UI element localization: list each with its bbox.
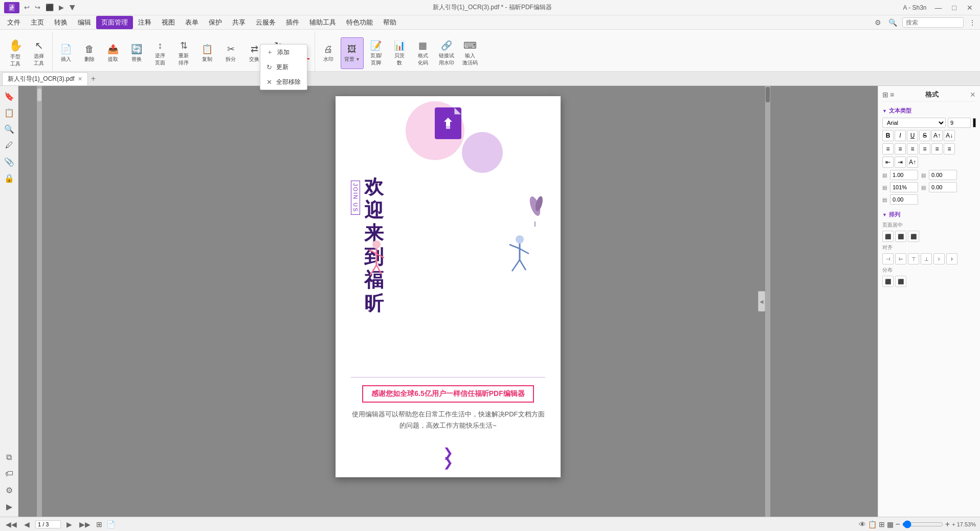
content-scroll-thumb[interactable]: [766, 87, 770, 102]
align-center-v-btn[interactable]: ⊦: [933, 253, 945, 264]
copy-page-btn[interactable]: 📋 复制: [196, 37, 218, 69]
line-spacing-input[interactable]: [890, 170, 918, 180]
font-size-input[interactable]: [948, 118, 971, 128]
align-left-edge-btn[interactable]: ⊣: [882, 253, 894, 264]
header-footer-btn[interactable]: 📝 页眉/页脚: [365, 37, 387, 69]
align-bottom-edge-btn[interactable]: ⊧: [946, 253, 957, 264]
word-spacing-input[interactable]: [890, 182, 918, 192]
list-view-icon[interactable]: ≡: [890, 91, 894, 99]
bold-btn[interactable]: B: [882, 130, 894, 141]
zoom-slider[interactable]: [902, 520, 943, 528]
activate-code-btn[interactable]: ⌨ 输入激活码: [459, 37, 481, 69]
panel-close-btn[interactable]: ✕: [970, 91, 976, 99]
font-color-picker[interactable]: [973, 118, 976, 127]
close-btn[interactable]: ✕: [964, 4, 976, 12]
char-spacing-input[interactable]: [929, 170, 957, 180]
sidebar-search-icon[interactable]: 🔍: [2, 122, 16, 136]
sidebar-attach-icon[interactable]: 📎: [2, 154, 16, 169]
menu-view[interactable]: 视图: [157, 16, 180, 29]
menu-edit[interactable]: 编辑: [73, 16, 96, 29]
align-center-h-btn[interactable]: ⊢: [895, 253, 906, 264]
underline-btn[interactable]: U: [907, 130, 918, 141]
subscript-btn[interactable]: A↓: [944, 130, 955, 141]
align-6-btn[interactable]: ≡: [944, 143, 955, 154]
menu-feature[interactable]: 特色功能: [341, 16, 378, 29]
font-family-select[interactable]: Arial Times New Roman Helvetica: [882, 118, 946, 128]
menu-form[interactable]: 表单: [180, 16, 204, 29]
search-input[interactable]: [902, 17, 964, 28]
background-btn[interactable]: 🖼 背景 ▼: [341, 37, 364, 69]
pdf-tab[interactable]: 新人引导(1)_OCR(3).pdf ✕: [2, 72, 88, 85]
center-both-btn[interactable]: ⬛: [908, 231, 919, 242]
reverse-page-btn[interactable]: ↕ 逆序页面: [149, 37, 171, 69]
menu-share[interactable]: 共享: [227, 16, 251, 29]
sidebar-settings-icon[interactable]: ⚙: [2, 483, 16, 497]
search-icon[interactable]: 🔍: [886, 18, 899, 27]
tab-close-btn[interactable]: ✕: [78, 76, 82, 82]
indent-decrease-btn[interactable]: ⇤: [882, 157, 894, 168]
insert-page-btn[interactable]: 📄 插入: [55, 37, 77, 69]
maximize-btn[interactable]: □: [949, 4, 960, 12]
undo-btn[interactable]: ↩: [23, 3, 31, 12]
superscript-btn[interactable]: A↑: [931, 130, 943, 141]
redo-btn[interactable]: ↪: [33, 3, 42, 12]
dropdown-update-item[interactable]: ↻ 更新: [260, 60, 307, 75]
extract-page-btn[interactable]: 📤 提取: [102, 37, 124, 69]
italic-btn[interactable]: I: [895, 130, 906, 141]
right-expand-btn[interactable]: ◀: [758, 291, 765, 312]
page-number-input[interactable]: [35, 520, 61, 528]
format-code-btn[interactable]: ▦ 格式化码: [412, 37, 434, 69]
collapse-right-icon[interactable]: ⋮: [967, 18, 978, 27]
hand-tool-btn[interactable]: ✋ 手型工具: [4, 37, 27, 69]
content-scrollbar[interactable]: [765, 86, 770, 517]
align-justify-btn[interactable]: ≡: [919, 143, 930, 154]
menu-protect[interactable]: 保护: [204, 16, 227, 29]
print-btn[interactable]: 🖨 水印: [317, 37, 340, 69]
align-right-edge-btn[interactable]: ⊤: [908, 253, 919, 264]
align-right-btn[interactable]: ≡: [907, 143, 918, 154]
first-page-btn[interactable]: ◀◀: [4, 520, 18, 528]
text-size-increase-btn[interactable]: A↑: [907, 157, 918, 168]
minimize-btn[interactable]: —: [932, 4, 945, 12]
quick-dropdown-btn[interactable]: ⯆: [68, 3, 77, 12]
last-page-btn[interactable]: ▶▶: [78, 520, 92, 528]
text-indent-input[interactable]: [890, 194, 918, 205]
align-top-edge-btn[interactable]: ⊥: [921, 253, 932, 264]
center-h-btn[interactable]: ⬛: [882, 231, 894, 242]
sidebar-sign-icon[interactable]: 🖊: [2, 138, 16, 152]
distribute-h-btn[interactable]: ⬛: [882, 276, 894, 287]
split-page-btn[interactable]: ✂ 拆分: [219, 37, 242, 69]
center-v-btn[interactable]: ⬛: [895, 231, 906, 242]
view-mode-icon1[interactable]: 📋: [868, 520, 877, 528]
align-left-btn[interactable]: ≡: [882, 143, 894, 154]
view-mode-icon3[interactable]: ▦: [887, 520, 894, 528]
replace-page-btn[interactable]: 🔄 替换: [125, 37, 148, 69]
zoom-in-btn[interactable]: +: [945, 520, 950, 529]
grid-view-icon[interactable]: ⊞: [882, 91, 888, 99]
dropdown-add-item[interactable]: ＋ 添加: [260, 45, 307, 60]
page-view-btn[interactable]: 📄: [106, 520, 115, 528]
view-mode-icon2[interactable]: ⊞: [879, 520, 885, 528]
sidebar-layers-icon[interactable]: ⧉: [2, 450, 16, 464]
content-area[interactable]: JOIN US 欢迎来到福昕: [18, 86, 878, 517]
reorder-page-btn[interactable]: ⇅ 重新排序: [172, 37, 195, 69]
sidebar-expand-icon[interactable]: ▶: [2, 499, 16, 514]
strikethrough-btn[interactable]: S: [919, 130, 930, 141]
settings-icon[interactable]: ⚙: [873, 18, 883, 27]
dropdown-remove-all-item[interactable]: ✕ 全部移除: [260, 75, 307, 90]
left-scroll[interactable]: [37, 86, 42, 517]
indent-increase-btn[interactable]: ⇥: [895, 157, 906, 168]
thumbnail-view-btn[interactable]: ⊞: [96, 520, 102, 528]
quick-print-btn[interactable]: ▶: [57, 3, 65, 12]
text-rise-input[interactable]: [929, 182, 957, 192]
menu-help[interactable]: 帮助: [378, 16, 402, 29]
sidebar-pages-icon[interactable]: 📋: [2, 105, 16, 120]
sidebar-tags-icon[interactable]: 🏷: [2, 467, 16, 481]
menu-page-manage[interactable]: 页面管理: [96, 16, 133, 29]
zoom-out-btn[interactable]: −: [896, 520, 900, 529]
sidebar-bookmark-icon[interactable]: 🔖: [2, 89, 16, 103]
distribute-v-btn[interactable]: ⬛: [895, 276, 906, 287]
scroll-thumb-top[interactable]: [37, 88, 41, 101]
tab-add-btn[interactable]: +: [89, 74, 98, 83]
link-watermark-btn[interactable]: 🔗 链接试用水印: [435, 37, 458, 69]
